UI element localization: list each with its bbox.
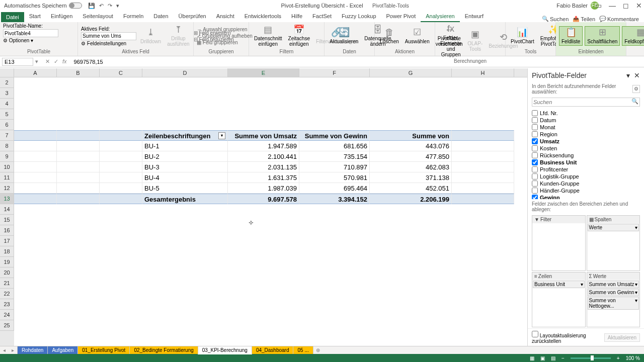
sheet-nav-next-icon[interactable]: ▸: [9, 347, 17, 353]
table-row[interactable]: BU-11.947.589681.656443.076: [14, 141, 527, 151]
tab-start[interactable]: Start: [24, 11, 46, 22]
formula-input[interactable]: 9697578,15: [72, 58, 644, 65]
select-all-corner[interactable]: [0, 68, 14, 77]
close-icon[interactable]: ✕: [636, 2, 642, 10]
tab-power pivot[interactable]: Power Pivot: [381, 11, 421, 22]
field-item[interactable]: Region: [532, 131, 640, 138]
field-list[interactable]: Lfd. Nr.DatumMonatRegionUmsatzKostenRück…: [528, 109, 644, 199]
row-header-22[interactable]: 22: [0, 289, 14, 299]
row-header-18[interactable]: 18: [0, 246, 14, 257]
area-item[interactable]: Summe von Umsatz▾: [588, 281, 639, 288]
search-button[interactable]: 🔍 Suchen: [542, 16, 569, 22]
field-item[interactable]: Monat: [532, 124, 640, 131]
col-header-F[interactable]: F: [299, 68, 370, 77]
table-row[interactable]: Gesamtergebnis9.697.5783.394.1522.206.19…: [14, 194, 527, 204]
save-icon[interactable]: 💾: [88, 3, 95, 9]
active-field-input[interactable]: [81, 32, 136, 40]
row-header-11[interactable]: 11: [0, 172, 14, 183]
tab-hilfe[interactable]: Hilfe: [286, 11, 307, 22]
worksheet-grid[interactable]: ABCDEFGH 2345678910111213141516171819202…: [0, 68, 527, 346]
table-row[interactable]: BU-32.031.135710.897462.083: [14, 162, 527, 172]
row-header-9[interactable]: 9: [0, 151, 14, 162]
row-header-17[interactable]: 17: [0, 236, 14, 246]
slicer-button[interactable]: ▤Datenschnitt einfügen: [252, 24, 284, 48]
zoom-in-icon[interactable]: +: [617, 355, 620, 361]
tab-analysieren[interactable]: Analysieren: [421, 11, 459, 22]
fields-items-button[interactable]: fxFelder, Elemente und Gruppen: [438, 23, 463, 58]
view-pagebreak-icon[interactable]: ▤: [551, 355, 555, 361]
field-search[interactable]: 🔍: [532, 98, 640, 107]
tab-seitenlayout[interactable]: Seitenlayout: [77, 11, 118, 22]
accept-icon[interactable]: ✓: [54, 58, 58, 65]
field-item[interactable]: Gewinn: [532, 194, 640, 199]
field-item[interactable]: Kosten: [532, 145, 640, 152]
row-header-21[interactable]: 21: [0, 278, 14, 289]
area-filter[interactable]: ▼Filter: [532, 215, 586, 271]
comments-button[interactable]: 💬 Kommentare: [599, 16, 639, 22]
field-item[interactable]: Rücksendung: [532, 152, 640, 159]
area-columns[interactable]: ▦Spalten Werte▾: [587, 215, 640, 271]
search-icon[interactable]: 🔍: [630, 98, 639, 106]
area-item[interactable]: Business Unit▾: [533, 281, 585, 288]
tab-ansicht[interactable]: Ansicht: [211, 11, 239, 22]
area-item[interactable]: Summe von Nettogew...▾: [588, 297, 639, 310]
field-item[interactable]: Lfd. Nr.: [532, 110, 640, 117]
tab-überprüfen[interactable]: Überprüfen: [174, 11, 211, 22]
sheet-tab[interactable]: Rohdaten: [17, 346, 48, 354]
field-item[interactable]: Profitcenter: [532, 166, 640, 173]
share-button[interactable]: 📤 Teilen: [573, 16, 595, 22]
field-item[interactable]: Kunden-Gruppe: [532, 180, 640, 187]
tab-einfügen[interactable]: Einfügen: [46, 11, 77, 22]
row-header-2[interactable]: 2: [0, 77, 14, 88]
sheet-tab[interactable]: 02_Bedingte Formatierung: [129, 346, 198, 354]
col-header-A[interactable]: A: [14, 68, 57, 77]
pivotchart-button[interactable]: 📊PivotChart: [509, 27, 536, 45]
gear-icon[interactable]: ⚙: [632, 85, 640, 93]
namebox-dropdown-icon[interactable]: ▾: [33, 58, 40, 65]
col-header-B[interactable]: B: [57, 68, 100, 77]
table-row[interactable]: Zeilenbeschriftungen▾Summe von UmsatzSum…: [14, 130, 527, 141]
sheet-tab[interactable]: 01_Erstellung Pivot: [77, 346, 130, 354]
field-settings-button[interactable]: ⚙ Feldeinstellungen: [81, 41, 136, 46]
defer-checkbox[interactable]: Layoutaktualisierung zurückstellen: [532, 331, 604, 344]
select-button[interactable]: ☑Auswählen: [403, 27, 432, 45]
col-header-D[interactable]: D: [142, 68, 228, 77]
area-item[interactable]: Summe von Gewinn▾: [588, 289, 639, 296]
field-item[interactable]: Business Unit: [532, 159, 640, 166]
redo-icon[interactable]: ↷: [108, 3, 112, 9]
row-header-15[interactable]: 15: [0, 215, 14, 225]
cancel-icon[interactable]: ✕: [45, 58, 50, 65]
field-item[interactable]: Umsatz: [532, 138, 640, 145]
area-item[interactable]: Werte▾: [588, 224, 639, 231]
tab-daten[interactable]: Daten: [148, 11, 173, 22]
area-values[interactable]: ΣWerte Summe von Umsatz▾Summe von Gewinn…: [587, 272, 640, 328]
tab-file[interactable]: Datei: [1, 12, 24, 22]
new-sheet-icon[interactable]: ⊕: [313, 347, 323, 353]
maximize-icon[interactable]: ◻: [623, 2, 629, 10]
field-pane-close-icon[interactable]: ✕: [634, 71, 640, 79]
options-button[interactable]: ⚙ Optionen ▾: [3, 38, 33, 43]
row-header-7[interactable]: 7: [0, 130, 14, 141]
row-header-4[interactable]: 4: [0, 99, 14, 109]
tab-formeln[interactable]: Formeln: [118, 11, 148, 22]
fieldheaders-button[interactable]: ▦Feldkopfzeilen: [622, 26, 644, 46]
field-item[interactable]: Händler-Gruppe: [532, 187, 640, 194]
row-header-13[interactable]: 13: [0, 194, 14, 204]
zoom-level[interactable]: 100 %: [626, 355, 640, 361]
row-header-12[interactable]: 12: [0, 183, 14, 194]
fx-icon[interactable]: fx: [62, 58, 67, 65]
tab-entwurf[interactable]: Entwurf: [460, 11, 489, 22]
filter-dropdown-icon[interactable]: ▾: [218, 132, 225, 139]
area-rows[interactable]: ≡Zeilen Business Unit▾: [532, 272, 586, 328]
table-row[interactable]: BU-51.987.039695.464452.051: [14, 183, 527, 194]
row-header-6[interactable]: 6: [0, 120, 14, 130]
sheet-tab[interactable]: 03_KPI-Berechnung: [198, 346, 252, 354]
row-header-24[interactable]: 24: [0, 310, 14, 320]
pivot-name-input[interactable]: [3, 29, 58, 37]
tab-factset[interactable]: FactSet: [307, 11, 337, 22]
col-header-E[interactable]: E: [228, 68, 299, 77]
row-header-23[interactable]: 23: [0, 299, 14, 310]
col-header-H[interactable]: H: [452, 68, 514, 77]
row-header-10[interactable]: 10: [0, 162, 14, 172]
fieldlist-button[interactable]: 📋Feldliste: [559, 26, 583, 46]
